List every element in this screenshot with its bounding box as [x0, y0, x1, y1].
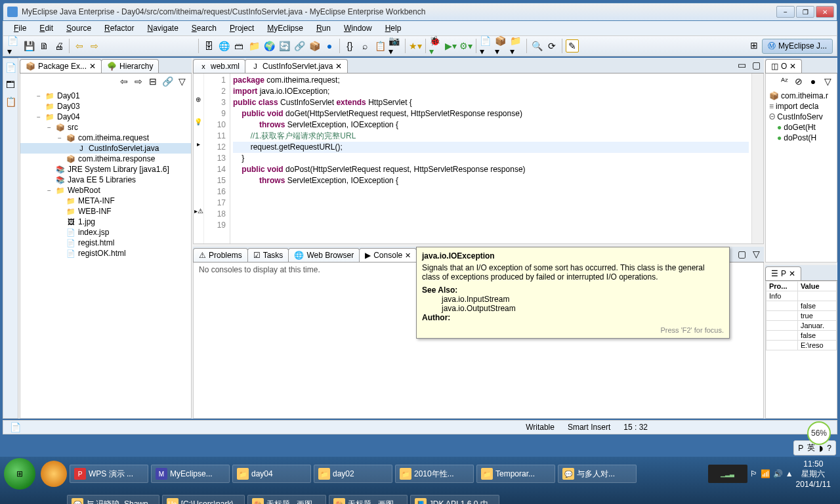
- hide-static-icon[interactable]: ●: [807, 75, 820, 88]
- package-tree[interactable]: −📁Day01📁Day03−📁Day04−📦src−📦com.itheima.r…: [20, 89, 192, 419]
- jar-icon[interactable]: 📦: [308, 39, 321, 52]
- outline-item[interactable]: ●doGet(Ht: [767, 122, 835, 133]
- fastview-icon[interactable]: 📄: [4, 61, 17, 74]
- tree-item[interactable]: 📦com.itheima.response: [20, 154, 191, 164]
- globe-icon[interactable]: ●: [323, 39, 336, 52]
- outline-view[interactable]: 📦com.itheima.r≡import declaΘCustInfoServ…: [765, 89, 837, 262]
- taskbar-item[interactable]: 🎨无标题 - 画图: [329, 495, 408, 504]
- newclass-icon[interactable]: 📄▾: [480, 39, 493, 52]
- taskbar-item[interactable]: 💬与多人对...: [558, 465, 637, 483]
- pkg-icon[interactable]: 📋: [373, 39, 387, 52]
- editor-tab[interactable]: JCustInfoServlet.java ✕: [245, 59, 348, 73]
- net-meter[interactable]: ▁▂▃: [708, 465, 747, 483]
- bottom-tab-web browser[interactable]: 🌐Web Browser: [288, 248, 360, 262]
- run-icon[interactable]: ▶▾: [444, 39, 457, 52]
- outline-item[interactable]: ●doPost(H: [767, 133, 835, 143]
- save-icon[interactable]: 💾: [22, 39, 35, 52]
- status-icon[interactable]: 📄: [9, 421, 22, 434]
- filter-icon[interactable]: ⌕: [358, 39, 371, 52]
- taskbar-item[interactable]: 📁day04: [232, 465, 311, 483]
- taskbar-item[interactable]: 🎨无标题 - 画图: [247, 495, 326, 504]
- outline-item[interactable]: ≡import decla: [767, 101, 835, 112]
- fwd-nav-icon[interactable]: ⇨: [132, 75, 145, 88]
- menu-source[interactable]: Source: [61, 22, 96, 34]
- editor[interactable]: ⊕💡▸▸⚠ 123910111213141516171819 package c…: [193, 74, 764, 244]
- sync-icon[interactable]: ⟳: [545, 39, 558, 52]
- code-area[interactable]: package com.itheima.request;import java.…: [230, 74, 751, 243]
- taskbar-clock[interactable]: 11:50 星期六 2014/1/11: [796, 459, 836, 489]
- tree-item[interactable]: 🖼1.jpg: [20, 217, 191, 227]
- collapse-icon[interactable]: ⊟: [146, 75, 159, 88]
- close-button[interactable]: ✕: [816, 6, 834, 18]
- tree-item[interactable]: −📁WebRoot: [20, 185, 191, 196]
- refresh-icon[interactable]: 🔄: [278, 39, 291, 52]
- outline-tab[interactable]: ◫ O ✕: [765, 59, 802, 73]
- hierarchy-tab[interactable]: 🌳 Hierarchy: [101, 59, 159, 73]
- tree-item[interactable]: −📁Day04: [20, 112, 191, 122]
- menu-refactor[interactable]: Refactor: [99, 22, 139, 34]
- tree-item[interactable]: JCustInfoServlet.java: [20, 143, 191, 154]
- hide-fields-icon[interactable]: ⊘: [792, 75, 805, 88]
- taskbar-item[interactable]: 📁day02: [314, 465, 392, 483]
- fastview3-icon[interactable]: 📋: [4, 95, 17, 108]
- vertical-scrollbar[interactable]: [751, 74, 763, 243]
- editor-tab[interactable]: xweb.xml: [193, 59, 245, 73]
- back-icon[interactable]: ⇦: [73, 39, 86, 52]
- tree-item[interactable]: −📦com.itheima.request: [20, 133, 191, 143]
- menu-file[interactable]: File: [9, 22, 32, 34]
- taskbar-item[interactable]: Ue[C:\Users\park\...: [162, 495, 245, 504]
- tray-vol-icon[interactable]: 🔊: [773, 469, 783, 478]
- bottom-tab-console[interactable]: ▶Console ✕: [359, 248, 417, 262]
- new-icon[interactable]: 📄▾: [7, 39, 20, 52]
- tray-net-icon[interactable]: 📶: [761, 469, 770, 478]
- web-icon[interactable]: 🌍: [262, 39, 276, 52]
- properties-view[interactable]: Pro...ValueInfofalsetrueJanuar.falseE:\r…: [765, 281, 837, 419]
- tree-item[interactable]: 📄regist.html: [20, 238, 191, 248]
- taskbar-item[interactable]: 💬与 冯晓骏_Shawn...: [67, 495, 159, 504]
- editor-max-icon[interactable]: ▢: [749, 58, 763, 72]
- tree-item[interactable]: 📚JRE System Library [java1.6]: [20, 164, 191, 175]
- tree-item[interactable]: 📄index.jsp: [20, 227, 191, 238]
- minimize-button[interactable]: −: [776, 6, 795, 18]
- bottom-tab-tasks[interactable]: ☑Tasks: [247, 248, 289, 262]
- net-speed-widget[interactable]: 56%: [807, 421, 831, 445]
- menu2-icon[interactable]: ▽: [821, 75, 834, 88]
- tree-item[interactable]: 📚Java EE 5 Libraries: [20, 175, 191, 185]
- menu-navigate[interactable]: Navigate: [142, 22, 183, 34]
- perspective-button[interactable]: Ⓜ MyEclipse J...: [762, 39, 833, 54]
- tree-item[interactable]: 📁META-INF: [20, 196, 191, 206]
- db-icon[interactable]: 🗃: [232, 39, 245, 52]
- tab-close-icon[interactable]: ✕: [789, 269, 795, 278]
- cam-icon[interactable]: 📷▾: [388, 39, 402, 52]
- bottom-tab-problems[interactable]: ⚠Problems: [193, 248, 248, 262]
- menu-search[interactable]: Search: [186, 22, 222, 34]
- menu-window[interactable]: Window: [339, 22, 377, 34]
- folder-icon[interactable]: 📁: [247, 39, 261, 52]
- app-orb[interactable]: [41, 461, 67, 487]
- newpkg-icon[interactable]: 📦▾: [495, 39, 508, 52]
- tree-item[interactable]: −📁Day01: [20, 91, 191, 101]
- tray-flag-icon[interactable]: 🏳: [750, 469, 758, 478]
- deploy-icon[interactable]: 🌐: [217, 39, 230, 52]
- tab-close-icon[interactable]: ✕: [789, 62, 796, 71]
- menu-edit[interactable]: Edit: [34, 22, 58, 34]
- servers-icon[interactable]: 🗄: [202, 39, 215, 52]
- tree-item[interactable]: −📦src: [20, 122, 191, 133]
- editor-min-icon[interactable]: ▭: [735, 58, 748, 72]
- outline-item[interactable]: ΘCustInfoServ: [767, 112, 835, 122]
- ext-icon[interactable]: ⚙▾: [459, 39, 472, 52]
- fwd-icon[interactable]: ⇨: [88, 39, 101, 52]
- taskbar-item[interactable]: 📘JDK API 1.6.0 中...: [410, 495, 499, 504]
- tray-up-icon[interactable]: ▲: [786, 469, 793, 478]
- back-nav-icon[interactable]: ⇦: [117, 75, 131, 88]
- palette-icon[interactable]: ✎: [566, 39, 579, 52]
- fastview2-icon[interactable]: 🗔: [4, 78, 17, 91]
- package-explorer-tab[interactable]: 📦 Package Ex... ✕: [20, 59, 102, 73]
- properties-tab[interactable]: ☰ P ✕: [765, 266, 801, 280]
- menu-run[interactable]: Run: [311, 22, 336, 34]
- tree-item[interactable]: 📁WEB-INF: [20, 206, 191, 217]
- menu-icon[interactable]: ▽: [175, 75, 188, 88]
- tab-close-icon[interactable]: ✕: [89, 62, 96, 71]
- open-perspective-icon[interactable]: ⊞: [747, 39, 761, 52]
- tree-item[interactable]: 📁Day03: [20, 101, 191, 112]
